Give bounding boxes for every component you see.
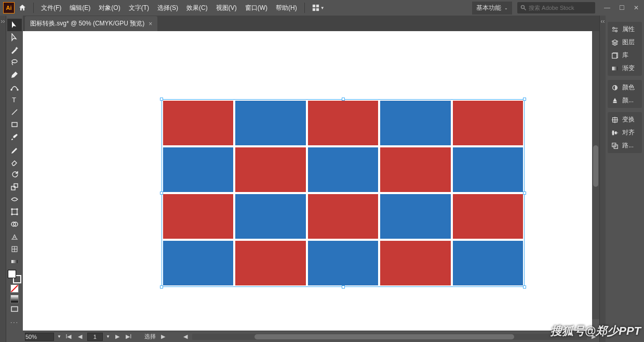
fill-swatch[interactable] <box>8 270 16 278</box>
panel-align[interactable]: 对齐 <box>608 126 642 139</box>
stock-search-input[interactable] <box>529 5 586 11</box>
zoom-field[interactable] <box>25 333 54 341</box>
next-artboard-button[interactable]: ▶ <box>113 333 122 340</box>
rectangle-shape[interactable] <box>453 194 523 239</box>
menu-select[interactable]: 选择(S) <box>154 2 181 15</box>
draw-mode-toggle[interactable] <box>10 295 19 303</box>
rectangle-shape[interactable] <box>308 101 378 145</box>
menu-window[interactable]: 窗口(W) <box>242 2 271 15</box>
minimize-button[interactable]: — <box>602 4 612 11</box>
menu-effect[interactable]: 效果(C) <box>183 2 211 15</box>
svg-point-17 <box>11 214 12 215</box>
svg-point-4 <box>521 6 525 9</box>
lasso-tool[interactable] <box>7 56 22 69</box>
line-tool[interactable] <box>7 106 22 118</box>
panel-color[interactable]: 颜色 <box>608 81 642 94</box>
selection-group[interactable] <box>163 101 523 285</box>
eraser-tool[interactable] <box>7 156 22 168</box>
menu-edit[interactable]: 编辑(E) <box>66 2 93 15</box>
mesh-tool[interactable] <box>7 243 22 255</box>
type-tool[interactable]: T <box>7 93 22 106</box>
rectangle-shape[interactable] <box>308 241 378 285</box>
rectangle-shape[interactable] <box>235 147 305 192</box>
paintbrush-tool[interactable] <box>7 131 22 143</box>
horizontal-scrollbar[interactable] <box>192 334 587 340</box>
shape-builder-tool[interactable] <box>7 218 22 230</box>
none-swatch[interactable] <box>10 284 19 293</box>
hscroll-right[interactable]: ▶ <box>590 333 597 340</box>
selection-handle[interactable] <box>342 285 345 289</box>
rotate-tool[interactable] <box>7 168 22 181</box>
rectangle-shape[interactable] <box>163 147 233 192</box>
rectangle-shape[interactable] <box>235 101 305 145</box>
rectangle-tool[interactable] <box>7 118 22 131</box>
last-artboard-button[interactable]: ▶I <box>125 333 133 340</box>
rectangle-shape[interactable] <box>380 194 450 239</box>
menu-view[interactable]: 视图(V) <box>213 2 240 15</box>
gradient-tool[interactable] <box>7 255 22 268</box>
left-collapse-toggle[interactable]: ›› <box>0 16 6 342</box>
panel-properties[interactable]: 属性 <box>608 23 642 36</box>
rectangle-shape[interactable] <box>453 241 523 285</box>
home-button[interactable] <box>16 1 29 15</box>
free-transform-tool[interactable] <box>7 206 22 218</box>
workspace-switcher[interactable]: 基本功能 ⌄ <box>472 2 512 15</box>
panel-layers[interactable]: 图层 <box>608 36 642 49</box>
tool-dropdown[interactable]: ▶ <box>159 333 167 340</box>
menu-object[interactable]: 对象(O) <box>96 2 123 15</box>
selection-handle[interactable] <box>523 285 526 289</box>
panel-gradient[interactable]: 渐变 <box>608 62 642 75</box>
right-panels: 属性 图层 库 渐变 颜色 <box>606 16 644 342</box>
panel-transform[interactable]: 变换 <box>608 113 642 126</box>
scrollbar-thumb[interactable] <box>593 145 598 187</box>
selection-handle[interactable] <box>160 285 163 289</box>
panel-color-guide[interactable]: 颜... <box>608 94 642 107</box>
selection-tool[interactable] <box>7 19 22 31</box>
first-artboard-button[interactable]: I◀ <box>64 333 73 340</box>
rectangle-shape[interactable] <box>453 101 523 145</box>
tab-close-button[interactable]: × <box>149 20 152 28</box>
rectangle-shape[interactable] <box>163 194 233 239</box>
right-collapse-toggle[interactable]: ‹‹ <box>599 16 606 342</box>
rectangle-shape[interactable] <box>163 101 233 145</box>
vertical-scrollbar[interactable] <box>592 31 599 319</box>
edit-toolbar-button[interactable]: ··· <box>9 319 20 326</box>
menu-file[interactable]: 文件(F) <box>38 2 64 15</box>
fill-stroke-swatches[interactable] <box>8 270 21 283</box>
hscroll-left[interactable]: ◀ <box>182 333 189 340</box>
panel-pathfinder[interactable]: 路... <box>608 139 642 152</box>
rectangle-shape[interactable] <box>308 147 378 192</box>
scrollbar-thumb[interactable] <box>254 334 514 339</box>
perspective-grid-tool[interactable] <box>7 230 22 243</box>
selection-handle[interactable] <box>523 191 526 195</box>
rectangle-shape[interactable] <box>380 241 450 285</box>
rectangle-shape[interactable] <box>453 147 523 192</box>
direct-selection-tool[interactable] <box>7 31 22 44</box>
screen-mode-toggle[interactable] <box>7 303 22 316</box>
rectangle-shape[interactable] <box>163 241 233 285</box>
width-tool[interactable] <box>7 193 22 206</box>
rectangle-shape[interactable] <box>380 147 450 192</box>
rectangle-shape[interactable] <box>235 241 305 285</box>
rectangle-shape[interactable] <box>235 194 305 239</box>
close-button[interactable]: ✕ <box>632 4 641 11</box>
rectangle-shape[interactable] <box>308 194 378 239</box>
artboard-number-field[interactable] <box>87 333 103 341</box>
arrange-docs-button[interactable]: ▼ <box>312 2 325 14</box>
menu-help[interactable]: 帮助(H) <box>273 2 300 15</box>
rectangle-shape[interactable] <box>380 101 450 145</box>
document-tab[interactable]: 图标转换.svg* @ 50% (CMYK/GPU 预览) × <box>25 16 157 31</box>
stock-search[interactable] <box>517 2 595 13</box>
curvature-tool[interactable] <box>7 81 22 93</box>
pen-tool[interactable] <box>7 69 22 81</box>
menu-type[interactable]: 文字(T) <box>126 2 152 15</box>
scale-tool[interactable] <box>7 181 22 193</box>
magic-wand-tool[interactable] <box>7 44 22 56</box>
status-bar: ▼ I◀ ◀ ▼ ▶ ▶I 选择 ▶ ◀ ▶ <box>23 331 599 342</box>
prev-artboard-button[interactable]: ◀ <box>76 333 84 340</box>
maximize-button[interactable]: ☐ <box>617 4 626 11</box>
panel-libraries[interactable]: 库 <box>608 49 642 62</box>
selection-handle[interactable] <box>523 98 526 101</box>
canvas[interactable] <box>23 31 592 331</box>
shaper-tool[interactable] <box>7 143 22 156</box>
